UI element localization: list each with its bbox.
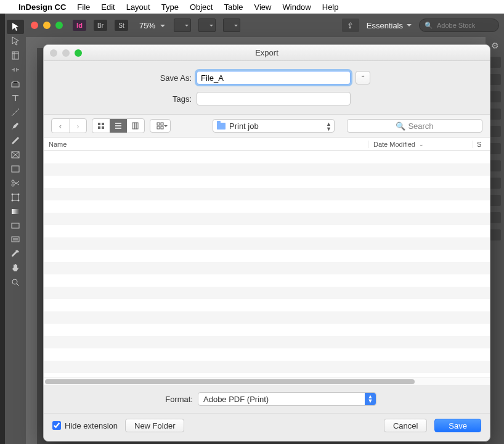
menu-table[interactable]: Table (224, 2, 243, 12)
icon-view-button[interactable] (92, 119, 110, 133)
panel-icon-1[interactable] (489, 57, 501, 68)
menu-object[interactable]: Object (190, 2, 213, 12)
svg-point-5 (12, 184, 14, 186)
view-options-3[interactable] (223, 18, 240, 32)
toolbox (5, 14, 26, 444)
svg-rect-23 (161, 123, 163, 125)
window-traffic-lights (31, 22, 63, 29)
panel-settings-icon[interactable]: ⚙ (491, 41, 499, 51)
gap-tool-icon[interactable] (7, 62, 24, 76)
pen-tool-icon[interactable] (7, 119, 24, 133)
horizontal-scrollbar[interactable] (44, 377, 490, 385)
menu-help[interactable]: Help (322, 2, 339, 12)
new-folder-button[interactable]: New Folder (125, 419, 184, 432)
menu-edit[interactable]: Edit (101, 2, 115, 12)
svg-rect-16 (102, 123, 104, 125)
pencil-tool-icon[interactable] (7, 133, 24, 147)
list-item (44, 299, 490, 311)
location-dropdown[interactable]: Print job ▲▼ (213, 119, 335, 133)
window-minimize-icon[interactable] (43, 22, 51, 29)
view-options-2[interactable] (198, 18, 216, 32)
view-options-1[interactable] (174, 18, 191, 32)
panel-icon-6[interactable] (489, 143, 501, 154)
eyedropper-tool-icon[interactable] (7, 247, 24, 261)
gradient-feather-tool-icon[interactable] (7, 218, 24, 232)
file-search-input[interactable]: 🔍 Search (347, 119, 482, 133)
ruler-vertical (26, 48, 37, 444)
menu-layout[interactable]: Layout (126, 2, 150, 12)
panel-icon-10[interactable] (489, 212, 501, 223)
save-as-input[interactable] (197, 71, 351, 84)
expand-collapse-button[interactable]: ⌃ (356, 71, 370, 84)
dialog-titlebar: Export (44, 45, 490, 61)
nav-back-button[interactable]: ‹ (52, 119, 69, 133)
dialog-close-icon[interactable] (50, 49, 57, 57)
list-item (44, 250, 490, 262)
svg-rect-25 (161, 126, 163, 129)
zoom-level-dropdown[interactable]: 75% (136, 20, 166, 31)
hide-extension-label: Hide extension (65, 421, 118, 430)
bridge-button[interactable]: Br (94, 20, 107, 31)
panel-icon-2[interactable] (489, 74, 501, 85)
gradient-swatch-tool-icon[interactable] (7, 204, 24, 218)
panel-icon-5[interactable] (489, 126, 501, 137)
adobe-stock-search[interactable]: 🔍 Adobe Stock (419, 18, 499, 32)
rectangle-tool-icon[interactable] (7, 162, 24, 176)
selection-tool-icon[interactable] (7, 20, 24, 34)
menu-window[interactable]: Window (283, 2, 311, 12)
tags-input[interactable] (197, 92, 351, 105)
app-control-bar: Id Br St 75% ⇪ Essentials 🔍 Adobe Stock (26, 14, 504, 37)
panel-icon-7[interactable] (489, 160, 501, 171)
svg-rect-18 (102, 126, 104, 129)
svg-rect-0 (12, 52, 18, 59)
hide-extension-checkbox[interactable]: Hide extension (52, 421, 118, 430)
direct-selection-tool-icon[interactable] (7, 34, 24, 48)
type-tool-icon[interactable] (7, 91, 24, 105)
chevron-down-icon: ⌄ (419, 141, 424, 147)
scissors-tool-icon[interactable] (7, 176, 24, 190)
panel-icon-8[interactable] (489, 178, 501, 189)
column-view-button[interactable] (127, 119, 144, 133)
column-size[interactable]: S (473, 141, 490, 148)
hide-extension-input[interactable] (52, 421, 61, 430)
panel-icon-9[interactable] (489, 195, 501, 206)
app-name[interactable]: InDesign CC (18, 2, 66, 12)
page-tool-icon[interactable] (7, 48, 24, 62)
svg-point-14 (12, 279, 17, 284)
nav-forward-button[interactable]: › (69, 119, 86, 133)
menu-file[interactable]: File (77, 2, 90, 12)
svg-point-7 (12, 193, 14, 195)
tags-label: Tags: (56, 94, 192, 104)
stock-button[interactable]: St (115, 20, 128, 31)
menu-view[interactable]: View (254, 2, 272, 12)
save-button[interactable]: Save (434, 419, 481, 432)
dialog-zoom-icon[interactable] (75, 49, 82, 57)
column-name[interactable]: Name (44, 141, 368, 148)
group-by-button[interactable] (150, 119, 171, 133)
file-list[interactable] (44, 151, 490, 377)
list-view-button[interactable] (110, 119, 127, 133)
menu-type[interactable]: Type (161, 2, 179, 12)
panel-icon-11[interactable] (489, 229, 501, 240)
content-collector-tool-icon[interactable] (7, 76, 24, 91)
free-transform-tool-icon[interactable] (7, 190, 24, 204)
svg-rect-1 (12, 83, 19, 87)
window-close-icon[interactable] (31, 22, 38, 29)
panel-icon-4[interactable] (489, 109, 501, 120)
format-dropdown[interactable]: Adobe PDF (Print) ▲▼ (198, 392, 376, 406)
publish-online-icon[interactable]: ⇪ (342, 18, 359, 32)
zoom-tool-icon[interactable] (7, 275, 24, 289)
window-zoom-icon[interactable] (55, 22, 63, 29)
line-tool-icon[interactable] (7, 105, 24, 119)
updown-icon: ▲▼ (326, 121, 331, 131)
location-name: Print job (229, 121, 259, 131)
cancel-button[interactable]: Cancel (384, 419, 427, 432)
panel-icon-3[interactable] (489, 91, 501, 102)
scrollbar-thumb[interactable] (45, 379, 415, 384)
column-date-modified[interactable]: Date Modified⌄ (368, 141, 473, 148)
hand-tool-icon[interactable] (7, 261, 24, 275)
search-icon: 🔍 (396, 121, 405, 131)
rectangle-frame-tool-icon[interactable] (7, 147, 24, 162)
note-tool-icon[interactable] (7, 232, 24, 247)
workspace-switcher[interactable]: Essentials (367, 21, 412, 30)
